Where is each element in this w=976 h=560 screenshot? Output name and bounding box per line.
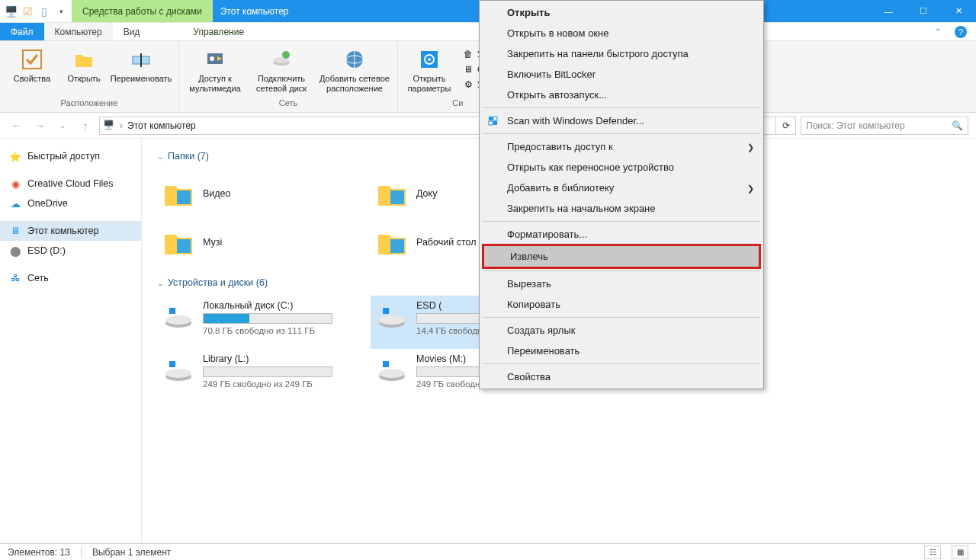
svg-point-13 [428,58,431,61]
tab-computer[interactable]: Компьютер [44,23,113,40]
menu-format[interactable]: Форматировать... [481,224,762,245]
rename-button[interactable]: Переименовать [108,44,174,84]
svg-rect-33 [383,361,389,367]
tab-manage[interactable]: Управление [182,23,255,40]
sidebar-item[interactable]: 🖧Сеть [0,268,141,288]
quick-access-toolbar: 🖥️ ☑ ▯ ▾ [0,0,72,22]
open-settings-button[interactable]: Открыть параметры [403,44,456,94]
sidebar-item[interactable]: ⭐Быстрый доступ [0,146,141,166]
drive-icon [162,354,195,387]
pc-icon: 🖥️ [103,120,115,132]
history-dropdown[interactable]: ⌄ [53,117,72,135]
folder-name: Видео [203,188,231,199]
svg-rect-17 [177,239,191,253]
app-icon: 🖥️ [5,5,17,18]
icons-view-button[interactable]: ▦ [952,546,968,559]
refresh-button[interactable]: ⟳ [776,117,796,135]
up-button[interactable]: ↑ [76,117,95,135]
shield-icon [487,115,499,127]
help-button[interactable]: ? [946,23,976,40]
search-placeholder: Поиск: Этот компьютер [806,120,952,131]
details-view-button[interactable]: ☷ [924,546,941,559]
menu-bitlocker[interactable]: Включить BitLocker [481,64,762,85]
svg-point-23 [379,315,405,325]
sidebar-item[interactable]: ◉Creative Cloud Files [0,174,141,194]
ribbon-group-network: Доступ к мультимедиа Подключить сетевой … [179,41,398,112]
window-controls: ― ☐ ✕ [871,0,976,22]
add-network-location-button[interactable]: Добавить сетевое расположение [316,44,393,94]
forward-button[interactable]: → [30,117,49,135]
sidebar-item[interactable]: ⬤ESD (D:) [0,241,141,261]
map-drive-button[interactable]: Подключить сетевой диск [249,44,313,94]
search-icon: 🔍 [952,120,963,131]
maximize-button[interactable]: ☐ [906,0,941,22]
ribbon-collapse-icon[interactable]: ⌃ [930,23,946,40]
svg-rect-24 [383,308,389,314]
chevron-right-icon: ❯ [747,142,754,152]
menu-autorun[interactable]: Открыть автозапуск... [481,85,762,105]
statusbar: Элементов: 13 Выбран 1 элемент ☷ ▦ [0,543,976,560]
tab-file[interactable]: Файл [0,23,44,40]
svg-rect-15 [390,190,404,204]
menu-pin-start[interactable]: Закрепить на начальном экране [481,198,762,219]
menu-eject[interactable]: Извлечь [484,246,759,267]
folder-icon [375,177,409,210]
qat-properties-icon[interactable]: ▯ [38,5,50,18]
sidebar-icon: ⬤ [9,245,21,257]
media-icon [203,47,227,72]
svg-point-29 [165,369,191,378]
menu-rename[interactable]: Переименовать [481,341,762,361]
selection-count: Выбран 1 элемент [92,547,171,558]
svg-point-4 [210,56,214,61]
open-button[interactable]: Открыть [63,44,105,84]
sidebar: ⭐Быстрый доступ◉Creative Cloud Files☁One… [0,139,142,543]
sidebar-icon: ⭐ [9,150,21,162]
folder-name: Рабочий стол [416,237,476,248]
folder-icon [162,226,195,259]
search-input[interactable]: Поиск: Этот компьютер 🔍 [801,117,968,135]
drive-usage-bar [203,313,332,324]
qat-checkbox-icon[interactable]: ☑ [21,5,34,18]
properties-button[interactable]: Свойства [5,44,59,84]
tab-view[interactable]: Вид [113,23,151,40]
sidebar-item-label: Creative Cloud Files [27,178,114,189]
sidebar-icon: ☁ [9,197,21,210]
menu-create-shortcut[interactable]: Создать ярлык [481,320,762,341]
context-tab-drive-tools[interactable]: Средства работы с дисками [72,0,213,22]
drive-item[interactable]: Локальный диск (C:) 70,8 ГБ свободно из … [157,296,371,349]
sidebar-item[interactable]: ☁OneDrive [0,194,141,213]
svg-rect-40 [493,121,497,125]
network-drive-icon [269,47,294,72]
sidebar-item-label: Сеть [27,273,49,283]
menu-share-access[interactable]: Предоставить доступ к❯ [481,136,762,157]
drive-free-text: 70,8 ГБ свободно из 111 ГБ [203,326,366,335]
minimize-button[interactable]: ― [871,0,906,22]
manage-icon: ⚙ [462,78,474,91]
gear-icon [417,47,441,72]
sidebar-icon: 🖥 [9,225,21,237]
sidebar-item-label: OneDrive [27,198,68,209]
sidebar-item-label: Быстрый доступ [27,151,100,162]
menu-open-portable[interactable]: Открыть как переносное устройство [481,157,762,178]
item-count: Элементов: 13 [8,547,70,558]
drive-item[interactable]: Library (L:) 249 ГБ свободно из 249 ГБ [157,349,371,402]
folder-item[interactable]: Музі [157,218,371,267]
menu-open-new-window[interactable]: Открыть в новом окне [481,23,762,43]
folder-icon [375,226,409,259]
menu-cut[interactable]: Вырезать [481,274,762,294]
folder-item[interactable]: Видео [157,169,371,218]
media-access-button[interactable]: Доступ к мультимедиа [184,44,246,94]
properties-icon: 🖥 [462,63,474,75]
menu-pin-quick-access[interactable]: Закрепить на панели быстрого доступа [481,43,762,64]
sidebar-item[interactable]: 🖥Этот компьютер [0,221,141,241]
sidebar-icon: ◉ [9,178,21,190]
menu-defender[interactable]: Scan with Windows Defender... [481,110,762,131]
menu-open[interactable]: Открыть [481,2,762,23]
menu-properties[interactable]: Свойства [481,366,762,387]
menu-add-library[interactable]: Добавить в библиотеку❯ [481,178,762,198]
qat-dropdown-icon[interactable]: ▾ [55,5,67,18]
close-button[interactable]: ✕ [941,0,976,22]
menu-copy[interactable]: Копировать [481,294,762,315]
back-button[interactable]: ← [8,117,26,135]
sidebar-item-label: ESD (D:) [27,245,66,256]
